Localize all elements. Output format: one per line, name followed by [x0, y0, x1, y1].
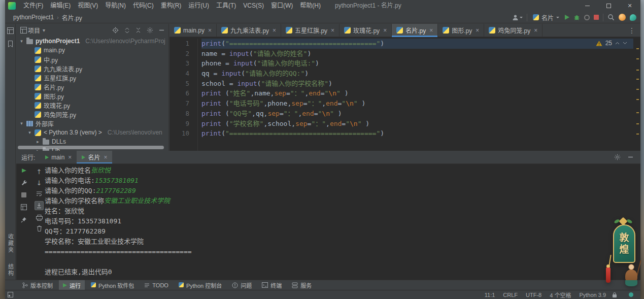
- minimize-button[interactable]: [577, 0, 598, 11]
- menu-item[interactable]: 重构(R): [157, 0, 185, 11]
- status-encoding[interactable]: UTF-8: [526, 292, 541, 298]
- tree-item[interactable]: 中.py: [16, 55, 168, 64]
- hide-panel-icon[interactable]: [159, 27, 164, 33]
- down-stack-icon[interactable]: ↓: [37, 180, 42, 186]
- tool-window-button-terminal[interactable]: 终端: [258, 280, 286, 290]
- tool-window-button-python[interactable]: Python 控制台: [175, 280, 226, 290]
- tree-item[interactable]: 玫瑰花.py: [16, 101, 168, 110]
- tree-item[interactable]: ▾pythonProject1C:\Users\lenovo\PycharmPr…: [16, 37, 168, 46]
- editor-scrollbar[interactable]: [636, 41, 639, 149]
- breadcrumb-file[interactable]: 名片.py: [62, 13, 82, 22]
- chevron-down-icon[interactable]: ▾: [27, 130, 32, 135]
- tree-item[interactable]: 图形.py: [16, 91, 168, 101]
- close-button[interactable]: ✕: [619, 0, 640, 11]
- locate-file-icon[interactable]: [112, 27, 119, 34]
- editor-tab[interactable]: 五星红旗.py×: [281, 24, 340, 37]
- editor-tab[interactable]: 九九乘法表.py×: [217, 24, 281, 37]
- menu-item[interactable]: 运行(U): [185, 0, 213, 11]
- plugin-orange-icon[interactable]: [619, 14, 626, 21]
- modify-run-config-icon[interactable]: [21, 179, 27, 186]
- stop-button[interactable]: [594, 15, 599, 20]
- print-icon[interactable]: [36, 215, 43, 221]
- maximize-button[interactable]: [598, 0, 619, 11]
- editor[interactable]: 12345678910 print("=====================…: [170, 37, 640, 151]
- stop-button[interactable]: [21, 192, 26, 197]
- settings-gear-icon[interactable]: [614, 154, 621, 160]
- menu-item[interactable]: 窗口(W): [267, 0, 296, 11]
- tab-close-icon[interactable]: ×: [208, 27, 212, 34]
- tool-window-button-branch[interactable]: 版本控制: [18, 280, 57, 290]
- tool-window-button-services[interactable]: 服务: [288, 280, 316, 290]
- console-output[interactable]: 请输入你的姓名张欣悦请输入你的电话:15357381091请输入你的的QQ:21…: [45, 165, 635, 280]
- expand-icon[interactable]: [124, 27, 130, 34]
- tab-close-icon[interactable]: ×: [273, 27, 276, 34]
- project-panel-title[interactable]: 项目: [28, 26, 40, 35]
- menu-item[interactable]: 文件(F): [20, 0, 47, 11]
- status-line-endings[interactable]: CRLF: [503, 292, 518, 298]
- tool-windows-toggle-icon[interactable]: [8, 292, 13, 297]
- tool-window-button-problems[interactable]: 问题: [228, 280, 256, 290]
- restore-layout-icon[interactable]: [21, 204, 27, 210]
- tab-close-icon[interactable]: ×: [429, 27, 433, 34]
- clear-console-icon[interactable]: [37, 225, 42, 231]
- run-configuration-select[interactable]: 名片: [531, 13, 561, 22]
- scroll-to-end-button[interactable]: [35, 201, 44, 210]
- chevron-down-icon[interactable]: ▾: [19, 121, 24, 126]
- coverage-button[interactable]: [584, 15, 590, 20]
- structure-tool-button[interactable]: 结构: [7, 263, 15, 277]
- hide-panel-icon[interactable]: [628, 154, 633, 160]
- chevron-down-icon[interactable]: ▾: [19, 39, 24, 44]
- tool-window-button-python[interactable]: Python 软件包: [87, 280, 138, 290]
- tree-item[interactable]: 九九乘法表.py: [16, 64, 168, 73]
- scrollbar-thumb[interactable]: [18, 146, 164, 149]
- tree-item[interactable]: main.py: [16, 46, 168, 55]
- tree-item[interactable]: ▸DLLs: [16, 137, 168, 146]
- tab-close-icon[interactable]: ×: [331, 27, 334, 34]
- tab-close-icon[interactable]: ×: [383, 27, 387, 34]
- tree-item[interactable]: 五星红旗.py: [16, 73, 168, 82]
- breadcrumb-project[interactable]: pythonProject1: [13, 14, 54, 21]
- menu-item[interactable]: 视图(V): [74, 0, 101, 11]
- user-avatar-icon[interactable]: [512, 14, 523, 21]
- tab-close-icon[interactable]: ×: [476, 27, 479, 34]
- prev-warning-icon[interactable]: [615, 42, 620, 45]
- chevron-down-icon[interactable]: ▾: [43, 27, 45, 33]
- pin-tab-icon[interactable]: [21, 217, 27, 223]
- tree-item[interactable]: ▾< Python 3.9 (venv) >C:\Users\lenovo\ve…: [16, 128, 168, 137]
- favorites-tool-button[interactable]: 收藏夹: [7, 234, 15, 253]
- tab-close-icon[interactable]: ×: [534, 27, 537, 34]
- tab-close-icon[interactable]: ×: [104, 154, 107, 161]
- editor-tab[interactable]: 玫瑰花.py×: [340, 24, 392, 37]
- code-area[interactable]: print("=================================…: [198, 39, 633, 151]
- menu-item[interactable]: 代码(C): [129, 0, 157, 11]
- up-stack-icon[interactable]: ↑: [37, 169, 42, 175]
- run-tab[interactable]: main×: [40, 151, 77, 163]
- run-tab[interactable]: 名片×: [77, 151, 112, 163]
- horizontal-scrollbar[interactable]: [18, 146, 167, 149]
- menu-item[interactable]: 编辑(E): [47, 0, 74, 11]
- soft-wrap-icon[interactable]: [36, 191, 43, 196]
- settings-gear-icon[interactable]: [147, 27, 153, 34]
- editor-tab[interactable]: 图形.py×: [438, 24, 484, 37]
- inspections-widget[interactable]: 25: [596, 40, 627, 47]
- next-warning-icon[interactable]: [623, 42, 627, 45]
- tool-window-button-play[interactable]: 运行: [59, 280, 85, 290]
- menu-item[interactable]: 工具(T): [213, 0, 240, 11]
- chevron-right-icon[interactable]: ▸: [36, 139, 40, 144]
- rerun-button[interactable]: [22, 169, 26, 173]
- menu-item[interactable]: 导航(N): [101, 0, 129, 11]
- bookmarks-tool-icon[interactable]: [5, 37, 16, 50]
- tree-item[interactable]: 名片.py: [16, 82, 168, 91]
- editor-tab[interactable]: 鸡兔同笼.py×: [484, 24, 543, 37]
- status-caret-position[interactable]: 11:1: [485, 292, 495, 298]
- tree-item[interactable]: ▾外部库: [16, 119, 168, 128]
- editor-tab[interactable]: 名片.py×: [392, 24, 438, 37]
- tree-item[interactable]: 鸡兔同笼.py: [16, 110, 168, 119]
- run-button[interactable]: [565, 15, 569, 20]
- menu-item[interactable]: 帮助(H): [296, 0, 324, 11]
- status-indent[interactable]: 4 个空格: [550, 291, 571, 299]
- tool-window-button-todo[interactable]: TODO: [140, 280, 173, 290]
- tab-close-icon[interactable]: ×: [68, 154, 72, 161]
- editor-tab[interactable]: main.py×: [170, 24, 217, 37]
- project-tool-icon[interactable]: [5, 24, 16, 37]
